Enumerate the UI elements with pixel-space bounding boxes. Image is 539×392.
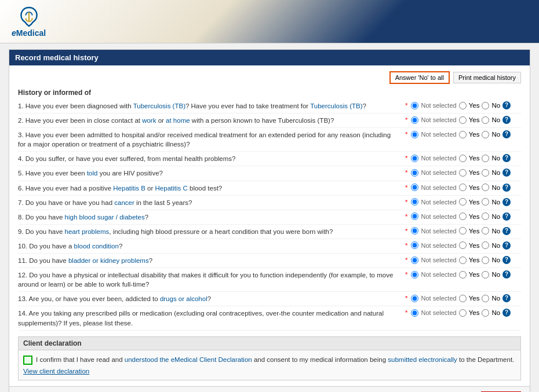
radio-no[interactable] — [482, 116, 489, 124]
label-yes: Yes — [469, 309, 480, 316]
radio-not-selected[interactable] — [411, 184, 418, 191]
radio-not-selected[interactable] — [411, 295, 418, 302]
radio-not-selected[interactable] — [411, 116, 418, 124]
label-not-selected: Not selected — [421, 116, 456, 123]
radio-yes[interactable] — [459, 227, 467, 235]
radio-not-selected[interactable] — [411, 155, 418, 162]
radio-yes[interactable] — [459, 257, 467, 264]
radio-no[interactable] — [482, 102, 489, 109]
help-icon[interactable]: ? — [502, 154, 511, 162]
question-answers-4: *Not selectedYesNo? — [405, 154, 521, 162]
radio-not-selected[interactable] — [411, 213, 418, 220]
declaration-text-part5: to the Department. — [457, 356, 514, 363]
view-declaration-link[interactable]: View client declaration — [23, 368, 89, 375]
help-icon[interactable]: ? — [502, 227, 511, 235]
help-icon[interactable]: ? — [502, 130, 511, 138]
help-icon[interactable]: ? — [502, 213, 511, 221]
label-yes: Yes — [469, 169, 480, 176]
question-number: 3. — [18, 131, 26, 138]
radio-no[interactable] — [482, 198, 489, 206]
declaration-text-part4: submitted electronically — [388, 356, 457, 363]
radio-yes[interactable] — [459, 213, 467, 220]
declaration-text-part3: and consent to my medical information be… — [252, 356, 388, 363]
question-number: 6. — [18, 185, 26, 192]
declaration-row: I confirm that I have read and understoo… — [23, 355, 516, 365]
radio-no[interactable] — [482, 155, 489, 162]
history-heading: History or informed of — [18, 89, 521, 97]
question-text-7: 7. Do you have or have you had cancer in… — [18, 198, 405, 207]
help-icon[interactable]: ? — [502, 294, 511, 302]
question-answers-8: *Not selectedYesNo? — [405, 213, 521, 221]
radio-no[interactable] — [482, 227, 489, 235]
help-icon[interactable]: ? — [502, 198, 511, 206]
answer-no-button[interactable]: Answer 'No' to all — [389, 71, 450, 84]
radio-no[interactable] — [482, 271, 489, 279]
help-icon[interactable]: ? — [502, 256, 511, 264]
question-row: 6. Have you ever had a positive Hepatiti… — [18, 181, 521, 196]
radio-yes[interactable] — [459, 271, 467, 279]
label-yes: Yes — [469, 213, 480, 220]
help-icon[interactable]: ? — [502, 184, 511, 192]
help-icon[interactable]: ? — [502, 309, 511, 317]
radio-not-selected[interactable] — [411, 102, 418, 109]
help-icon[interactable]: ? — [502, 270, 511, 279]
radio-yes[interactable] — [459, 184, 467, 191]
question-row: 8. Do you have high blood sugar / diabet… — [18, 210, 521, 225]
help-icon[interactable]: ? — [502, 101, 511, 109]
label-no: No — [491, 199, 500, 206]
radio-no[interactable] — [482, 309, 489, 317]
question-text-11: 11. Do you have bladder or kidney proble… — [18, 256, 405, 265]
radio-not-selected[interactable] — [411, 271, 418, 279]
radio-no[interactable] — [482, 184, 489, 191]
label-no: No — [491, 271, 500, 278]
radio-yes[interactable] — [459, 155, 467, 162]
question-number: 2. — [18, 117, 26, 124]
question-row: 1. Have you ever been diagnosed with Tub… — [18, 99, 521, 113]
radio-yes[interactable] — [459, 169, 467, 177]
question-row: 3. Have you ever been admitted to hospit… — [18, 128, 521, 152]
help-icon[interactable]: ? — [502, 168, 511, 177]
question-row: 14. Are you taking any prescribed pills … — [18, 306, 521, 330]
label-not-selected: Not selected — [421, 184, 456, 191]
radio-no[interactable] — [482, 169, 489, 177]
help-icon[interactable]: ? — [502, 241, 511, 250]
radio-yes[interactable] — [459, 131, 467, 138]
radio-not-selected[interactable] — [411, 309, 418, 317]
label-no: No — [491, 102, 500, 109]
radio-yes[interactable] — [459, 102, 467, 109]
question-text-14: 14. Are you taking any prescribed pills … — [18, 309, 405, 327]
radio-not-selected[interactable] — [411, 198, 418, 206]
toolbar-row: Answer 'No' to all Print medical history — [18, 71, 521, 84]
question-row: 9. Do you have heart problems, including… — [18, 225, 521, 239]
question-text-3: 3. Have you ever been admitted to hospit… — [18, 130, 405, 149]
required-star: * — [405, 116, 407, 123]
radio-not-selected[interactable] — [411, 131, 418, 138]
label-no: No — [491, 242, 500, 249]
label-yes: Yes — [469, 271, 480, 278]
radio-yes[interactable] — [459, 241, 467, 249]
radio-yes[interactable] — [459, 198, 467, 206]
radio-no[interactable] — [482, 295, 489, 302]
question-text-4: 4. Do you suffer, or have you ever suffe… — [18, 154, 405, 163]
radio-yes[interactable] — [459, 116, 467, 124]
print-button[interactable]: Print medical history — [453, 72, 521, 83]
question-text-13: 13. Are you, or have you ever been, addi… — [18, 294, 405, 303]
radio-no[interactable] — [482, 257, 489, 264]
required-star: * — [405, 155, 407, 162]
radio-no[interactable] — [482, 241, 489, 249]
help-icon[interactable]: ? — [502, 116, 511, 124]
client-declaration-body: I confirm that I have read and understoo… — [19, 350, 520, 380]
label-yes: Yes — [469, 116, 480, 123]
radio-not-selected[interactable] — [411, 169, 418, 177]
radio-not-selected[interactable] — [411, 257, 418, 264]
question-text-8: 8. Do you have high blood sugar / diabet… — [18, 213, 405, 222]
logo-text: eMedical — [12, 28, 46, 38]
label-not-selected: Not selected — [421, 213, 456, 220]
declaration-checkbox[interactable] — [23, 356, 32, 365]
radio-yes[interactable] — [459, 295, 467, 302]
radio-not-selected[interactable] — [411, 227, 418, 235]
radio-no[interactable] — [482, 213, 489, 220]
radio-not-selected[interactable] — [411, 241, 418, 249]
radio-no[interactable] — [482, 131, 489, 138]
radio-yes[interactable] — [459, 309, 467, 317]
